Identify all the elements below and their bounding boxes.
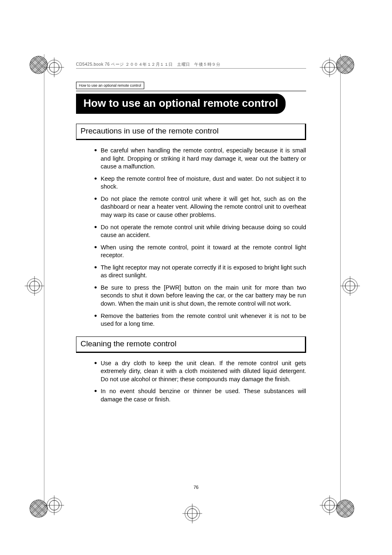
list-item: Use a dry cloth to keep the unit clean. … (101, 359, 306, 384)
main-title: How to use an optional remote control (76, 94, 286, 114)
section-title-precautions: Precautions in use of the remote control (76, 124, 306, 140)
list-item: Do not operate the remote control unit w… (101, 223, 306, 240)
list-item: Keep the remote control free of moisture… (101, 175, 306, 191)
register-mark-icon (320, 495, 339, 515)
list-item: Be sure to press the [PWR] button on the… (101, 284, 306, 308)
register-mark-icon (25, 276, 44, 296)
page-number: 76 (0, 485, 392, 490)
running-head: How to use an optional remote control (76, 82, 144, 89)
list-item: Remove the batteries from the remote con… (101, 312, 306, 328)
list-item: Be careful when handling the remote cont… (101, 147, 306, 171)
page-content: CD5425.book 76 ページ ２００４年１２月１１日 土曜日 午後５時９… (76, 62, 306, 412)
precautions-list: Be careful when handling the remote cont… (76, 147, 306, 328)
section-title-cleaning: Cleaning the remote control (76, 336, 306, 353)
register-mark-icon (320, 58, 339, 77)
header-rule (76, 91, 306, 91)
list-item: In no event should benzine or thinner be… (101, 387, 306, 403)
register-mark-icon (182, 504, 202, 523)
register-mark-icon (44, 495, 64, 515)
list-item: The light receptor may not operate corre… (101, 264, 306, 280)
list-item: Do not place the remote control unit whe… (101, 195, 306, 219)
list-item: When using the remote control, point it … (101, 244, 306, 260)
register-mark-icon (340, 276, 360, 296)
register-mark-icon (44, 58, 64, 77)
print-header: CD5425.book 76 ページ ２００４年１２月１１日 土曜日 午後５時９… (76, 62, 306, 69)
cleaning-list: Use a dry cloth to keep the unit clean. … (76, 359, 306, 404)
